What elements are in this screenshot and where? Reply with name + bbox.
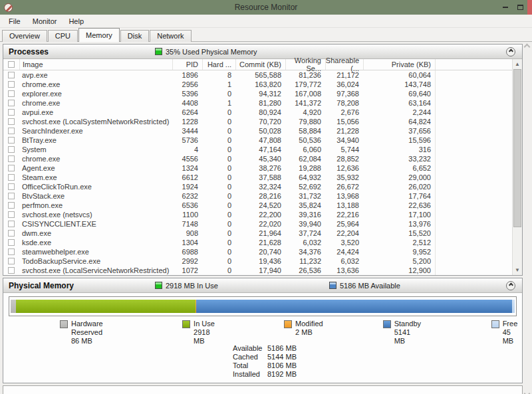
row-checkbox[interactable] (8, 146, 15, 153)
cell-private: 63,164 (363, 99, 435, 107)
row-checkbox[interactable] (8, 267, 15, 274)
row-checkbox[interactable] (8, 221, 15, 227)
row-checkbox[interactable] (8, 128, 15, 134)
menu-monitor[interactable]: Monitor (27, 16, 63, 27)
table-row[interactable]: avpui.exe6264080,9244,9202,6762,244 (3, 108, 511, 117)
cell-shareable: 35,932 (325, 173, 363, 181)
cell-pid: 6536 (172, 201, 202, 209)
menu-file[interactable]: File (3, 16, 27, 27)
table-row[interactable]: avp.exe18968565,58881,23621,17260,064 (3, 70, 511, 80)
table-row[interactable]: svchost.exe (netsvcs)1100022,20039,31622… (3, 210, 511, 219)
tab-network[interactable]: Network (150, 30, 191, 42)
scroll-up-icon[interactable]: ▲ (513, 59, 522, 69)
cell-private: 69,640 (363, 90, 435, 98)
cell-private: 64,824 (363, 118, 435, 126)
cell-pid: 1072 (172, 266, 202, 274)
chevron-up-icon (508, 282, 513, 287)
table-row[interactable]: steamwebhelper.exe6988020,74034,37624,42… (3, 247, 511, 256)
table-row[interactable]: TodoBackupService.exe2992019,43611,2326,… (3, 256, 511, 266)
tab-disk[interactable]: Disk (120, 30, 149, 42)
legend-swatch-icon (491, 320, 499, 328)
table-row[interactable]: svchost.exe (LocalServiceNetworkRestrict… (3, 266, 511, 275)
column-header-commit[interactable]: Commit (KB) (235, 59, 285, 70)
row-checkbox[interactable] (8, 248, 15, 255)
row-checkbox[interactable] (8, 137, 15, 144)
cell-pid: 2992 (172, 257, 202, 265)
cell-shareable: 3,520 (325, 239, 363, 246)
legend-value: 2 MB (295, 328, 323, 337)
row-checkbox[interactable] (8, 81, 15, 88)
cell-hard: 0 (202, 118, 235, 126)
tab-overview[interactable]: Overview (2, 30, 47, 42)
row-checkbox[interactable] (8, 211, 15, 218)
scrollbar-thumb[interactable] (513, 69, 521, 227)
table-row[interactable]: OfficeClickToRun.exe1924032,32452,69226,… (3, 182, 511, 191)
cell-hard: 0 (202, 239, 235, 246)
row-checkbox-cell (3, 211, 19, 218)
table-row[interactable]: ksde.exe1304021,6286,0323,5202,512 (3, 238, 511, 247)
scroll-down-icon[interactable]: ▼ (513, 265, 522, 275)
table-row[interactable]: BtTray.exe5736047,80850,53634,94015,596 (3, 136, 511, 145)
memory-detail-row: Total8106 MB (233, 361, 522, 370)
row-spacer (435, 154, 511, 163)
row-checkbox[interactable] (8, 109, 15, 116)
table-row[interactable]: svchost.exe (LocalSystemNetworkRestricte… (3, 117, 511, 126)
close-button[interactable] (527, 0, 532, 15)
memory-detail-row: Cached5144 MB (233, 353, 522, 361)
pane-scroll-down-icon[interactable] (524, 391, 531, 394)
pane-scroll-up-icon[interactable] (524, 44, 531, 50)
select-all-checkbox[interactable] (8, 61, 15, 68)
row-checkbox[interactable] (8, 72, 15, 78)
column-header-private[interactable]: Private (KB) (363, 59, 435, 70)
row-checkbox[interactable] (8, 239, 15, 246)
menu-help[interactable]: Help (63, 16, 90, 27)
physical-memory-collapse-button[interactable] (506, 281, 515, 290)
minimize-button[interactable] (498, 1, 513, 13)
pane-scrollbar[interactable] (523, 45, 531, 394)
row-checkbox[interactable] (8, 155, 15, 162)
row-spacer (435, 238, 511, 247)
table-row[interactable]: chrome.exe29561163,820179,77236,024143,7… (3, 80, 511, 89)
cell-hard: 0 (202, 136, 235, 144)
cell-private: 2,244 (363, 108, 435, 116)
cell-hard: 0 (202, 173, 235, 181)
row-checkbox[interactable] (8, 118, 15, 125)
scrollbar-track[interactable] (513, 227, 522, 265)
maximize-button[interactable] (513, 1, 527, 13)
row-checkbox[interactable] (8, 100, 15, 106)
tab-cpu[interactable]: CPU (48, 30, 78, 42)
table-row[interactable]: Steam.exe6612037,58864,93235,93229,000 (3, 173, 511, 182)
table-row[interactable]: chrome.exe4556045,34062,08428,85233,232 (3, 154, 511, 163)
table-scrollbar[interactable]: ▲ ▼ (512, 59, 522, 275)
table-row[interactable]: perfmon.exe6536024,52035,82413,18822,636 (3, 201, 511, 210)
row-checkbox[interactable] (8, 258, 15, 264)
table-row[interactable]: chrome.exe4408181,280141,37278,20863,164 (3, 98, 511, 108)
column-header-hard[interactable]: Hard ... (202, 59, 235, 70)
row-checkbox[interactable] (8, 90, 15, 97)
legend-item-free: Free45 MB (491, 320, 522, 340)
table-row[interactable]: Agent.exe1324038,27619,28812,6366,652 (3, 163, 511, 173)
row-checkbox[interactable] (8, 174, 15, 181)
table-row[interactable]: System4047,1646,0605,744316 (3, 145, 511, 154)
row-checkbox[interactable] (8, 183, 15, 190)
cell-pid: 6988 (172, 248, 202, 256)
column-header-pid[interactable]: PID (172, 59, 202, 70)
column-header-working[interactable]: Working Se... (285, 59, 325, 70)
table-row[interactable]: SearchIndexer.exe3444050,02858,88421,228… (3, 126, 511, 136)
row-checkbox[interactable] (8, 230, 15, 237)
row-checkbox[interactable] (8, 202, 15, 209)
row-checkbox[interactable] (8, 193, 15, 199)
table-row[interactable]: CSISYNCCLIENT.EXE7148022,02039,94025,964… (3, 219, 511, 229)
row-checkbox[interactable] (8, 165, 15, 171)
tab-memory[interactable]: Memory (78, 28, 120, 42)
table-row[interactable]: explorer.exe5396094,312167,00897,36869,6… (3, 89, 511, 98)
table-row[interactable]: dwm.exe908021,96437,72422,20415,520 (3, 229, 511, 238)
table-row[interactable]: BtvStack.exe6232028,21631,73213,96817,76… (3, 191, 511, 201)
column-header-image[interactable]: Image (19, 59, 172, 70)
cell-working: 58,884 (285, 127, 325, 135)
column-header-shareable[interactable]: Shareable (... (325, 59, 363, 70)
processes-collapse-button[interactable] (506, 47, 515, 56)
detail-value: 8106 MB (267, 361, 297, 370)
processes-panel: Processes 35% Used Physical Memory Image… (3, 44, 523, 276)
cell-working: 52,692 (285, 183, 325, 191)
